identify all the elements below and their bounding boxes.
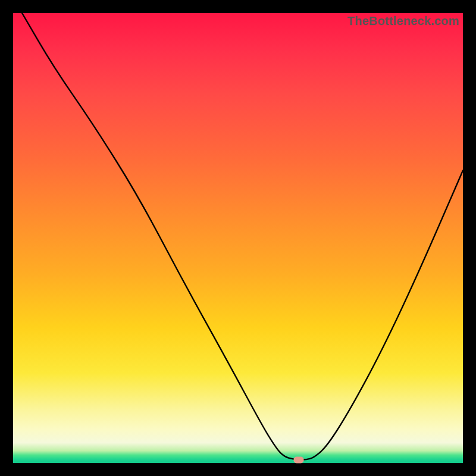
plot-area: TheBottleneck.com — [13, 13, 463, 463]
bottleneck-curve — [13, 13, 463, 463]
chart-frame: TheBottleneck.com — [0, 0, 476, 476]
optimal-point-marker — [294, 457, 304, 464]
